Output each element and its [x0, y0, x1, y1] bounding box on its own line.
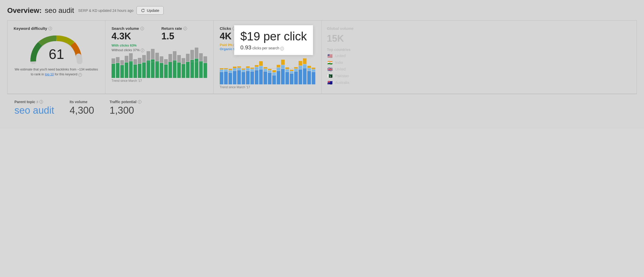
clicks-bar-group — [285, 67, 289, 84]
bar-bottom — [133, 65, 137, 78]
clicks-bar-top — [307, 66, 311, 68]
bar-bottom — [190, 60, 194, 78]
clicks-bar-top — [228, 69, 232, 70]
paid-info[interactable]: i — [233, 43, 237, 47]
bar-top — [147, 51, 150, 60]
bar-group — [151, 49, 155, 78]
bar-group — [173, 51, 176, 78]
bar-top — [142, 55, 146, 62]
clicks-bar-group — [233, 67, 236, 84]
keyword-difficulty-card: Keyword difficulty i — [7, 21, 105, 94]
sv-value: 4.3K — [112, 31, 157, 41]
clicks-bar-mid — [264, 69, 267, 71]
top10-link[interactable]: top 10 — [45, 73, 54, 76]
search-volume-card: Search volume i 4.3K Return rate i 1.5 W… — [105, 21, 214, 94]
clicks-bar-bot — [277, 71, 280, 84]
clicks-bar-top — [246, 66, 250, 68]
sv-bar-chart — [112, 55, 207, 78]
parent-topic-info[interactable]: i — [39, 100, 43, 104]
svg-text:61: 61 — [48, 46, 64, 62]
clicks-paid: Paid 9% i — [220, 43, 315, 47]
rr-title: Return rate i — [162, 26, 207, 31]
without-clicks-info[interactable]: i — [141, 49, 144, 52]
bar-bottom — [125, 62, 128, 78]
country-name: United — [335, 54, 345, 58]
sv-grid: Search volume i 4.3K Return rate i 1.5 — [112, 26, 207, 41]
bar-group — [160, 56, 163, 78]
clicks-bar-top — [294, 67, 298, 69]
clicks-bar-mid — [281, 65, 285, 69]
clicks-value: 4K — [220, 31, 266, 41]
bar-group — [182, 58, 185, 78]
clicks-bar-bot — [281, 69, 285, 84]
clicks-bar-mid — [268, 70, 272, 73]
bar-bottom — [120, 65, 124, 78]
kd-info-icon[interactable]: i — [48, 27, 52, 30]
clicks-bar-top — [268, 69, 272, 70]
clicks-bar-top — [303, 58, 307, 64]
rr-info-icon[interactable]: i — [183, 27, 187, 30]
clicks-bar-top — [290, 70, 293, 71]
clicks-bar-top — [264, 67, 267, 69]
kd-desc-info-icon[interactable]: i — [78, 73, 82, 77]
clicks-bar-mid — [272, 73, 276, 75]
bar-bottom — [173, 60, 176, 78]
country-flag: 🇦🇺 — [327, 81, 333, 85]
bar-bottom — [182, 64, 185, 78]
clicks-bar-mid — [250, 69, 254, 71]
traffic-potential-info[interactable]: i — [138, 100, 141, 104]
clicks-bar-bot — [290, 74, 293, 84]
bar-bottom — [147, 60, 150, 78]
bar-top — [164, 59, 168, 64]
clicks-bar-group — [290, 70, 293, 84]
country-item: 🇵🇰 Pakistan — [327, 74, 631, 78]
clicks-bar-group — [277, 65, 280, 84]
bar-bottom — [177, 62, 181, 78]
bar-top — [177, 55, 181, 62]
parent-topic-value[interactable]: seo audit — [14, 105, 54, 116]
clicks-bar-bot — [250, 72, 254, 84]
bar-group — [133, 59, 137, 78]
clicks-bar-mid — [242, 70, 245, 72]
clicks-bar-mid — [303, 64, 307, 68]
country-item: 🇺🇸 United — [327, 54, 631, 58]
bar-top — [138, 58, 141, 64]
sv-info-icon[interactable]: i — [140, 27, 144, 30]
bar-top — [120, 60, 124, 65]
bar-bottom — [195, 59, 198, 78]
bar-top — [133, 59, 137, 64]
bar-group — [204, 56, 207, 78]
bar-top — [155, 53, 159, 61]
bar-top — [182, 58, 185, 64]
clicks-bar-bot — [237, 70, 241, 84]
clicks-bar-top — [250, 68, 254, 69]
bar-group — [155, 53, 159, 78]
bar-group — [195, 48, 198, 78]
country-name: Pakistan — [335, 74, 349, 78]
clicks-bar-top — [285, 67, 289, 69]
clicks-bar-mid — [285, 69, 289, 72]
country-flag: 🇮🇳 — [327, 60, 333, 65]
update-button[interactable]: Update — [137, 6, 164, 15]
clicks-bar-mid — [237, 68, 241, 70]
clicks-bar-mid — [220, 70, 223, 72]
bar-group — [199, 53, 203, 78]
clicks-bar-top — [299, 61, 302, 66]
clicks-bar-bot — [312, 72, 315, 84]
clicks-bar-bot — [242, 72, 245, 84]
bar-group — [129, 53, 133, 78]
country-flag: 🇺🇸 — [327, 54, 333, 58]
gauge-svg: 61 — [28, 33, 85, 64]
clicks-card: Clicks i 4K Paid 9% i Organic 91% $19 pe… — [214, 21, 322, 94]
its-volume-label: Its volume — [70, 100, 94, 104]
clicks-bar-mid — [228, 70, 232, 73]
main-grid: Keyword difficulty i — [7, 20, 637, 94]
clicks-info-icon[interactable]: i — [232, 27, 236, 30]
clicks-bar-bot — [264, 72, 267, 84]
clicks-bar-bot — [294, 72, 298, 84]
clicks-bar-bot — [228, 73, 232, 84]
clicks-bar-mid — [233, 68, 236, 71]
clicks-bar-mid — [299, 66, 302, 69]
clicks-bar-group — [299, 61, 302, 84]
bar-top — [112, 58, 115, 64]
